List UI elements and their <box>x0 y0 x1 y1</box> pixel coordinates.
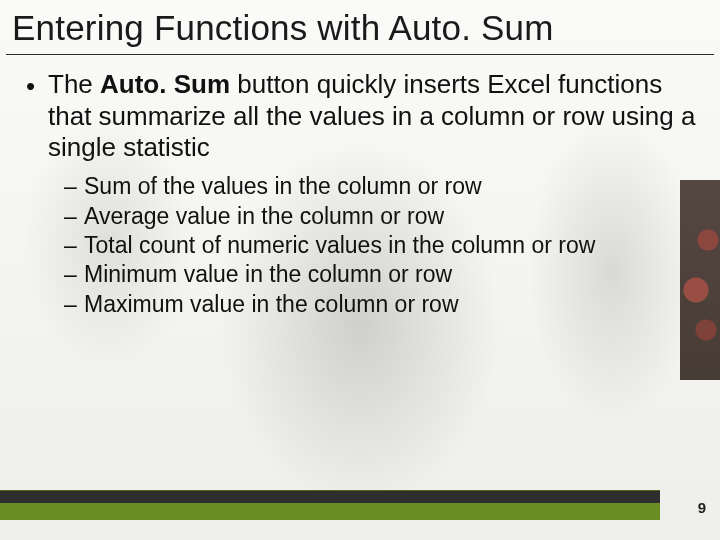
page-number: 9 <box>698 499 706 516</box>
sub-bullet-text: Average value in the column or row <box>84 202 700 231</box>
bullet-dash-icon: – <box>64 231 84 260</box>
bullet-dash-icon: – <box>64 172 84 201</box>
bullet-level-2: – Maximum value in the column or row <box>64 290 700 319</box>
bullet-level-2: – Sum of the values in the column or row <box>64 172 700 201</box>
sub-bullet-text: Minimum value in the column or row <box>84 260 700 289</box>
slide-body: • The Auto. Sum button quickly inserts E… <box>0 55 720 319</box>
bullet-dash-icon: – <box>64 202 84 231</box>
bullet-bold: Auto. Sum <box>100 69 230 99</box>
bullet-level-2: – Minimum value in the column or row <box>64 260 700 289</box>
bullet-level-1: • The Auto. Sum button quickly inserts E… <box>20 69 700 164</box>
sub-bullet-text: Sum of the values in the column or row <box>84 172 700 201</box>
bullet-dash-icon: – <box>64 260 84 289</box>
bullet-level-2: – Average value in the column or row <box>64 202 700 231</box>
bullet-dot-icon: • <box>20 69 48 164</box>
bullet-level-2: – Total count of numeric values in the c… <box>64 231 700 260</box>
slide-container: Entering Functions with Auto. Sum • The … <box>0 0 720 540</box>
bullet-dash-icon: – <box>64 290 84 319</box>
slide-title: Entering Functions with Auto. Sum <box>0 0 720 54</box>
bullet-text: The Auto. Sum button quickly inserts Exc… <box>48 69 700 164</box>
sub-bullet-text: Maximum value in the column or row <box>84 290 700 319</box>
sub-bullet-list: – Sum of the values in the column or row… <box>20 172 700 319</box>
bullet-prefix: The <box>48 69 100 99</box>
footer-accent-bar <box>0 490 660 520</box>
sub-bullet-text: Total count of numeric values in the col… <box>84 231 700 260</box>
